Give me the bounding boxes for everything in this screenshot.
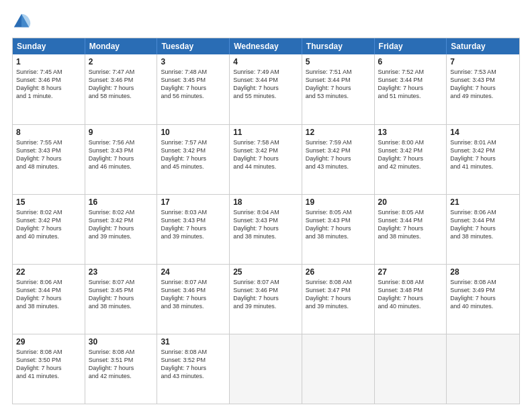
calendar-cell: 26Sunrise: 8:08 AMSunset: 3:47 PMDayligh…	[302, 265, 375, 334]
day-number: 17	[161, 197, 226, 207]
calendar-cell: 12Sunrise: 7:59 AMSunset: 3:42 PMDayligh…	[302, 125, 375, 194]
cell-content: Sunrise: 8:04 AMSunset: 3:43 PMDaylight:…	[233, 208, 298, 241]
day-number: 7	[450, 57, 516, 66]
day-number: 5	[306, 57, 371, 66]
calendar-cell: 29Sunrise: 8:08 AMSunset: 3:50 PMDayligh…	[13, 334, 85, 404]
header-day-monday: Monday	[85, 38, 158, 54]
calendar-cell: 7Sunrise: 7:53 AMSunset: 3:43 PMDaylight…	[447, 54, 519, 124]
header-day-sunday: Sunday	[13, 38, 85, 54]
header-day-wednesday: Wednesday	[230, 38, 302, 54]
cell-content: Sunrise: 8:06 AMSunset: 3:44 PMDaylight:…	[450, 208, 516, 241]
calendar-header: SundayMondayTuesdayWednesdayThursdayFrid…	[13, 38, 519, 54]
cell-content: Sunrise: 8:07 AMSunset: 3:46 PMDaylight:…	[161, 278, 226, 311]
cell-content: Sunrise: 7:52 AMSunset: 3:44 PMDaylight:…	[378, 68, 443, 101]
header	[12, 12, 520, 31]
cell-content: Sunrise: 7:47 AMSunset: 3:46 PMDaylight:…	[89, 68, 154, 101]
cell-content: Sunrise: 8:08 AMSunset: 3:47 PMDaylight:…	[306, 278, 371, 311]
calendar-cell: 15Sunrise: 8:02 AMSunset: 3:42 PMDayligh…	[13, 195, 85, 264]
calendar-cell: 6Sunrise: 7:52 AMSunset: 3:44 PMDaylight…	[375, 54, 447, 124]
cell-content: Sunrise: 7:58 AMSunset: 3:42 PMDaylight:…	[233, 138, 298, 171]
cell-content: Sunrise: 8:03 AMSunset: 3:43 PMDaylight:…	[161, 208, 226, 241]
cell-content: Sunrise: 8:07 AMSunset: 3:45 PMDaylight:…	[89, 278, 154, 311]
calendar-row-1: 1Sunrise: 7:45 AMSunset: 3:46 PMDaylight…	[13, 54, 519, 124]
logo-icon	[12, 12, 31, 31]
calendar-cell	[375, 334, 447, 404]
calendar-cell: 25Sunrise: 8:07 AMSunset: 3:46 PMDayligh…	[230, 265, 302, 334]
cell-content: Sunrise: 8:05 AMSunset: 3:44 PMDaylight:…	[378, 208, 443, 241]
header-day-thursday: Thursday	[302, 38, 375, 54]
calendar-cell: 14Sunrise: 8:01 AMSunset: 3:42 PMDayligh…	[447, 125, 519, 194]
day-number: 21	[450, 197, 516, 207]
cell-content: Sunrise: 7:48 AMSunset: 3:45 PMDaylight:…	[161, 68, 226, 101]
cell-content: Sunrise: 8:08 AMSunset: 3:50 PMDaylight:…	[16, 348, 81, 381]
cell-content: Sunrise: 8:08 AMSunset: 3:48 PMDaylight:…	[378, 278, 443, 311]
calendar-row-4: 22Sunrise: 8:06 AMSunset: 3:44 PMDayligh…	[13, 264, 519, 334]
calendar-cell: 22Sunrise: 8:06 AMSunset: 3:44 PMDayligh…	[13, 265, 85, 334]
calendar-row-3: 15Sunrise: 8:02 AMSunset: 3:42 PMDayligh…	[13, 194, 519, 264]
cell-content: Sunrise: 8:08 AMSunset: 3:49 PMDaylight:…	[450, 278, 516, 311]
calendar-cell: 24Sunrise: 8:07 AMSunset: 3:46 PMDayligh…	[157, 265, 230, 334]
page: SundayMondayTuesdayWednesdayThursdayFrid…	[0, 0, 532, 411]
calendar-row-5: 29Sunrise: 8:08 AMSunset: 3:50 PMDayligh…	[13, 334, 519, 404]
day-number: 20	[378, 197, 443, 207]
day-number: 12	[306, 128, 371, 137]
calendar-cell: 23Sunrise: 8:07 AMSunset: 3:45 PMDayligh…	[85, 265, 158, 334]
day-number: 13	[378, 128, 443, 137]
cell-content: Sunrise: 8:02 AMSunset: 3:42 PMDaylight:…	[16, 208, 81, 241]
calendar: SundayMondayTuesdayWednesdayThursdayFrid…	[12, 38, 520, 404]
calendar-row-2: 8Sunrise: 7:55 AMSunset: 3:43 PMDaylight…	[13, 124, 519, 194]
calendar-cell: 2Sunrise: 7:47 AMSunset: 3:46 PMDaylight…	[85, 54, 158, 124]
day-number: 10	[161, 128, 226, 137]
calendar-cell: 27Sunrise: 8:08 AMSunset: 3:48 PMDayligh…	[375, 265, 447, 334]
calendar-cell: 21Sunrise: 8:06 AMSunset: 3:44 PMDayligh…	[447, 195, 519, 264]
header-day-saturday: Saturday	[447, 38, 519, 54]
day-number: 3	[161, 57, 226, 66]
day-number: 14	[450, 128, 516, 137]
cell-content: Sunrise: 7:59 AMSunset: 3:42 PMDaylight:…	[306, 138, 371, 171]
cell-content: Sunrise: 8:01 AMSunset: 3:42 PMDaylight:…	[450, 138, 516, 171]
cell-content: Sunrise: 8:08 AMSunset: 3:52 PMDaylight:…	[161, 348, 226, 381]
calendar-cell: 28Sunrise: 8:08 AMSunset: 3:49 PMDayligh…	[447, 265, 519, 334]
day-number: 4	[233, 57, 298, 66]
cell-content: Sunrise: 7:49 AMSunset: 3:44 PMDaylight:…	[233, 68, 298, 101]
calendar-cell: 31Sunrise: 8:08 AMSunset: 3:52 PMDayligh…	[157, 334, 230, 404]
calendar-cell: 18Sunrise: 8:04 AMSunset: 3:43 PMDayligh…	[230, 195, 302, 264]
day-number: 11	[233, 128, 298, 137]
calendar-cell: 13Sunrise: 8:00 AMSunset: 3:42 PMDayligh…	[375, 125, 447, 194]
cell-content: Sunrise: 8:00 AMSunset: 3:42 PMDaylight:…	[378, 138, 443, 171]
calendar-cell	[447, 334, 519, 404]
day-number: 8	[16, 128, 81, 137]
day-number: 29	[16, 337, 81, 347]
day-number: 26	[306, 267, 371, 277]
cell-content: Sunrise: 7:55 AMSunset: 3:43 PMDaylight:…	[16, 138, 81, 171]
day-number: 22	[16, 267, 81, 277]
calendar-cell	[230, 334, 302, 404]
cell-content: Sunrise: 7:57 AMSunset: 3:42 PMDaylight:…	[161, 138, 226, 171]
calendar-cell: 16Sunrise: 8:02 AMSunset: 3:42 PMDayligh…	[85, 195, 158, 264]
day-number: 1	[16, 57, 81, 66]
day-number: 16	[89, 197, 154, 207]
day-number: 27	[378, 267, 443, 277]
calendar-cell: 9Sunrise: 7:56 AMSunset: 3:43 PMDaylight…	[85, 125, 158, 194]
day-number: 31	[161, 337, 226, 347]
cell-content: Sunrise: 8:08 AMSunset: 3:51 PMDaylight:…	[89, 348, 154, 381]
cell-content: Sunrise: 7:56 AMSunset: 3:43 PMDaylight:…	[89, 138, 154, 171]
day-number: 28	[450, 267, 516, 277]
cell-content: Sunrise: 8:05 AMSunset: 3:43 PMDaylight:…	[306, 208, 371, 241]
calendar-cell	[302, 334, 375, 404]
day-number: 15	[16, 197, 81, 207]
cell-content: Sunrise: 8:02 AMSunset: 3:42 PMDaylight:…	[89, 208, 154, 241]
day-number: 9	[89, 128, 154, 137]
calendar-cell: 8Sunrise: 7:55 AMSunset: 3:43 PMDaylight…	[13, 125, 85, 194]
day-number: 19	[306, 197, 371, 207]
day-number: 24	[161, 267, 226, 277]
header-day-friday: Friday	[375, 38, 447, 54]
cell-content: Sunrise: 7:45 AMSunset: 3:46 PMDaylight:…	[16, 68, 81, 101]
day-number: 6	[378, 57, 443, 66]
cell-content: Sunrise: 7:51 AMSunset: 3:44 PMDaylight:…	[306, 68, 371, 101]
calendar-cell: 11Sunrise: 7:58 AMSunset: 3:42 PMDayligh…	[230, 125, 302, 194]
logo	[12, 12, 32, 31]
calendar-cell: 4Sunrise: 7:49 AMSunset: 3:44 PMDaylight…	[230, 54, 302, 124]
calendar-cell: 5Sunrise: 7:51 AMSunset: 3:44 PMDaylight…	[302, 54, 375, 124]
header-day-tuesday: Tuesday	[157, 38, 230, 54]
